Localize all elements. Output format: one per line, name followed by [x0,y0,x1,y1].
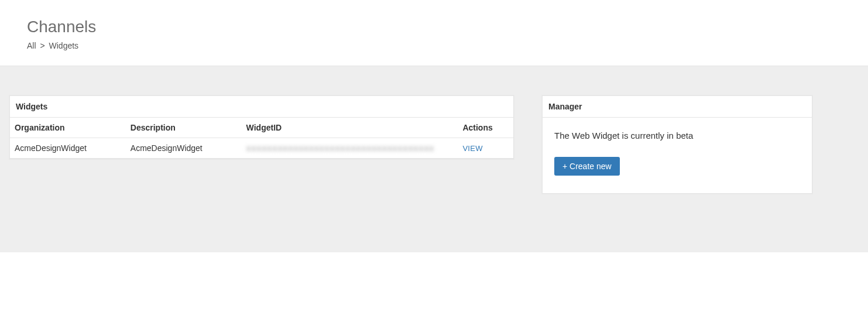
widgetid-obscured: xxxxxxxxxxxxxxxxxxxxxxxxxxxxxxxxxxxx [246,143,434,153]
widgets-panel-title: Widgets [10,96,513,118]
cell-description: AcmeDesignWidget [126,138,242,159]
breadcrumb-current: Widgets [49,41,79,50]
page-title: Channels [27,18,841,36]
widgets-table: Organization Description WidgetID Action… [10,118,513,159]
manager-message: The Web Widget is currently in beta [554,131,800,140]
table-header-row: Organization Description WidgetID Action… [10,118,513,138]
cell-widgetid: xxxxxxxxxxxxxxxxxxxxxxxxxxxxxxxxxxxx [242,138,458,159]
breadcrumb-root-link[interactable]: All [27,41,36,50]
col-description: Description [126,118,242,138]
col-organization: Organization [10,118,126,138]
cell-actions: VIEW [458,138,513,159]
manager-panel: Manager The Web Widget is currently in b… [542,95,812,194]
manager-panel-title: Manager [543,96,812,118]
header-section: Channels All > Widgets [0,0,868,66]
breadcrumb-separator: > [40,41,44,50]
col-widgetid: WidgetID [242,118,458,138]
manager-panel-body: The Web Widget is currently in beta + Cr… [543,118,812,193]
content-section: Widgets Organization Description WidgetI… [0,66,868,252]
table-row: AcmeDesignWidget AcmeDesignWidget xxxxxx… [10,138,513,159]
view-link[interactable]: VIEW [462,144,482,153]
breadcrumb: All > Widgets [27,41,841,50]
cell-organization: AcmeDesignWidget [10,138,126,159]
widgets-panel: Widgets Organization Description WidgetI… [9,95,514,159]
col-actions: Actions [458,118,513,138]
create-new-button[interactable]: + Create new [554,157,620,176]
